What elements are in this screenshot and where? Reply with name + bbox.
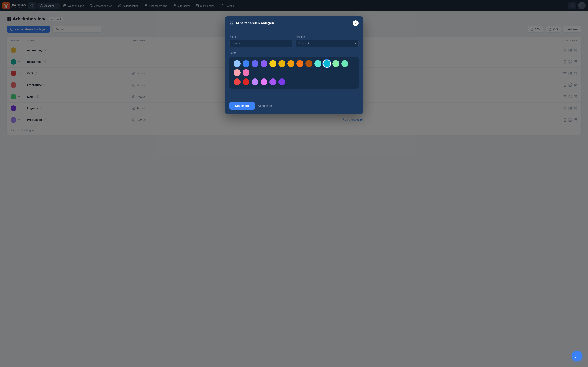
form-group-standort: Standort Account [296,35,359,47]
name-input[interactable] [229,40,292,47]
save-button[interactable]: Speichern [229,102,255,110]
color-dot[interactable] [314,60,321,67]
modal-footer: Speichern Abbrechen [225,98,363,114]
form-group-name: Name [229,35,292,47]
modal-header: Arbeitsbereich anlegen [225,16,363,30]
modal-overlay: Arbeitsbereich anlegen Name Standort Acc… [0,0,588,140]
cancel-button[interactable]: Abbrechen [258,102,272,110]
color-dot[interactable] [242,69,250,76]
form-row-name-standort: Name Standort Account [229,35,359,47]
color-dot[interactable] [341,60,348,67]
modal-arbeitsbereich: Arbeitsbereich anlegen Name Standort Acc… [225,16,363,114]
color-dot[interactable] [278,78,285,85]
color-dot[interactable] [278,60,285,67]
svg-rect-36 [230,22,231,23]
standort-select[interactable]: Account [296,40,359,47]
standort-label: Standort [296,35,359,38]
standort-select-wrap: Account [296,40,359,47]
color-row-2 [233,78,355,85]
svg-rect-37 [232,22,233,23]
color-dot[interactable] [332,60,339,67]
color-dot[interactable] [287,60,294,67]
modal-close-button[interactable] [353,20,359,26]
farbe-section: Farbe [229,51,359,89]
farbe-label: Farbe [229,51,359,54]
color-dot[interactable] [233,69,241,76]
color-dot[interactable] [296,60,303,67]
svg-rect-38 [232,24,233,25]
color-dot[interactable] [260,78,268,85]
color-dot[interactable] [251,78,259,85]
name-label: Name [229,35,292,38]
color-dot[interactable] [251,60,259,67]
color-dot[interactable] [233,60,241,67]
svg-rect-39 [230,24,231,25]
color-dot[interactable] [323,60,330,67]
modal-title: Arbeitsbereich anlegen [236,21,351,25]
color-dot[interactable] [242,78,250,85]
color-dot[interactable] [269,60,277,67]
color-dot[interactable] [305,60,312,67]
color-picker [229,57,359,89]
color-dot[interactable] [260,60,268,67]
color-row-1 [233,60,355,76]
color-dot[interactable] [242,60,250,67]
color-dot[interactable] [233,78,241,85]
color-dot[interactable] [269,78,277,85]
modal-body: Name Standort Account Farbe [225,30,363,98]
